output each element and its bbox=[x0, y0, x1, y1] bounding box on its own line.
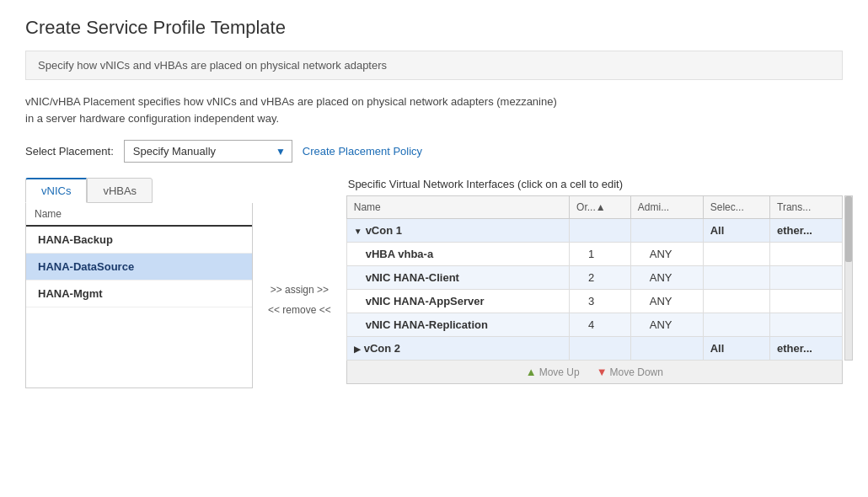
col-header-trans[interactable]: Trans... bbox=[770, 196, 843, 219]
table-header-row: Name Or...▲ Admi... Selec... Trans... bbox=[346, 196, 842, 219]
main-content: vNICs vHBAs Name HANA-Backup HANA-DataSo… bbox=[25, 178, 843, 388]
table-footer: ▲ Move Up ▼ Move Down bbox=[346, 361, 843, 384]
move-up-button[interactable]: ▲ Move Up bbox=[526, 366, 580, 378]
tab-vnics[interactable]: vNICs bbox=[25, 178, 87, 203]
arrow-down-icon: ▼ bbox=[597, 366, 608, 378]
assign-button[interactable]: >> assign >> bbox=[271, 284, 329, 296]
subtitle-bar: Specify how vNICs and vHBAs are placed o… bbox=[25, 51, 843, 80]
table-row[interactable]: vHBA vhba-a 1 ANY bbox=[346, 243, 842, 266]
vcon2-trans: ether... bbox=[770, 337, 843, 361]
col-header-admi[interactable]: Admi... bbox=[630, 196, 703, 219]
row-name: vNIC HANA-Replication bbox=[346, 313, 569, 337]
row-order: 1 bbox=[570, 243, 631, 266]
vcon1-trans: ether... bbox=[770, 219, 843, 243]
row-order: 4 bbox=[570, 313, 631, 337]
move-down-button[interactable]: ▼ Move Down bbox=[597, 366, 663, 378]
subtitle-text: Specify how vNICs and vHBAs are placed o… bbox=[38, 59, 387, 72]
arrow-up-icon: ▲ bbox=[526, 366, 537, 378]
row-trans bbox=[770, 243, 843, 266]
row-selec bbox=[703, 243, 769, 266]
vcon1-row[interactable]: ▼vCon 1 All ether... bbox=[346, 219, 842, 243]
row-name: vNIC HANA-AppServer bbox=[346, 290, 569, 313]
description-line1: vNIC/vHBA Placement specifies how vNICs … bbox=[25, 95, 557, 108]
middle-buttons: >> assign >> << remove << bbox=[253, 211, 346, 388]
vcon2-row[interactable]: ▶vCon 2 All ether... bbox=[346, 337, 842, 361]
row-selec bbox=[703, 266, 769, 290]
right-panel: Specific Virtual Network Interfaces (cli… bbox=[346, 178, 843, 388]
vcon1-selec: All bbox=[703, 219, 769, 243]
vcon2-order bbox=[570, 337, 631, 361]
placement-select-wrapper[interactable]: Specify Manually ▼ bbox=[124, 140, 292, 163]
description-line2: in a server hardware configuration indep… bbox=[25, 112, 279, 125]
page-title: Create Service Profile Template bbox=[25, 17, 843, 39]
placement-row: Select Placement: Specify Manually ▼ Cre… bbox=[25, 140, 843, 163]
right-scroll-wrapper: Name Or...▲ Admi... Selec... Trans... ▼v… bbox=[346, 195, 843, 361]
left-panel: vNICs vHBAs Name HANA-Backup HANA-DataSo… bbox=[25, 178, 253, 388]
row-selec bbox=[703, 290, 769, 313]
tab-vhbas[interactable]: vHBAs bbox=[87, 178, 153, 203]
table-row[interactable]: vNIC HANA-Replication 4 ANY bbox=[346, 313, 842, 337]
scrollbar-track[interactable] bbox=[844, 195, 853, 361]
row-selec bbox=[703, 313, 769, 337]
row-admi: ANY bbox=[630, 313, 703, 337]
row-name: vNIC HANA-Client bbox=[346, 266, 569, 290]
row-trans bbox=[770, 266, 843, 290]
right-panel-title: Specific Virtual Network Interfaces (cli… bbox=[346, 178, 843, 190]
vcon2-selec: All bbox=[703, 337, 769, 361]
left-list: Name HANA-Backup HANA-DataSource HANA-Mg… bbox=[25, 203, 253, 388]
row-trans bbox=[770, 313, 843, 337]
row-admi: ANY bbox=[630, 290, 703, 313]
row-order: 3 bbox=[570, 290, 631, 313]
remove-button[interactable]: << remove << bbox=[268, 304, 331, 316]
chevron-right-icon: ▶ bbox=[354, 345, 361, 354]
row-admi: ANY bbox=[630, 266, 703, 290]
list-header: Name bbox=[26, 203, 252, 227]
col-header-name[interactable]: Name bbox=[346, 196, 569, 219]
list-item[interactable]: HANA-Backup bbox=[26, 227, 252, 254]
col-header-order[interactable]: Or...▲ bbox=[570, 196, 631, 219]
row-name: vHBA vhba-a bbox=[346, 243, 569, 266]
chevron-down-icon: ▼ bbox=[354, 227, 362, 236]
row-order: 2 bbox=[570, 266, 631, 290]
vcon2-admi bbox=[630, 337, 703, 361]
placement-label: Select Placement: bbox=[25, 145, 114, 158]
col-header-selec[interactable]: Selec... bbox=[703, 196, 769, 219]
row-admi: ANY bbox=[630, 243, 703, 266]
create-policy-link[interactable]: Create Placement Policy bbox=[303, 145, 422, 158]
vcon1-admi bbox=[630, 219, 703, 243]
list-item[interactable]: HANA-Mgmt bbox=[26, 281, 252, 307]
vcon1-order bbox=[570, 219, 631, 243]
list-item[interactable]: HANA-DataSource bbox=[26, 254, 252, 281]
vcon1-label: ▼vCon 1 bbox=[346, 219, 569, 243]
table-row[interactable]: vNIC HANA-AppServer 3 ANY bbox=[346, 290, 842, 313]
table-row[interactable]: vNIC HANA-Client 2 ANY bbox=[346, 266, 842, 290]
placement-select[interactable]: Specify Manually bbox=[124, 140, 292, 163]
tabs-row: vNICs vHBAs bbox=[25, 178, 253, 203]
scrollbar-thumb bbox=[845, 196, 852, 262]
vnic-table: Name Or...▲ Admi... Selec... Trans... ▼v… bbox=[346, 195, 843, 361]
row-trans bbox=[770, 290, 843, 313]
description: vNIC/vHBA Placement specifies how vNICs … bbox=[25, 94, 843, 126]
vcon2-label: ▶vCon 2 bbox=[346, 337, 569, 361]
